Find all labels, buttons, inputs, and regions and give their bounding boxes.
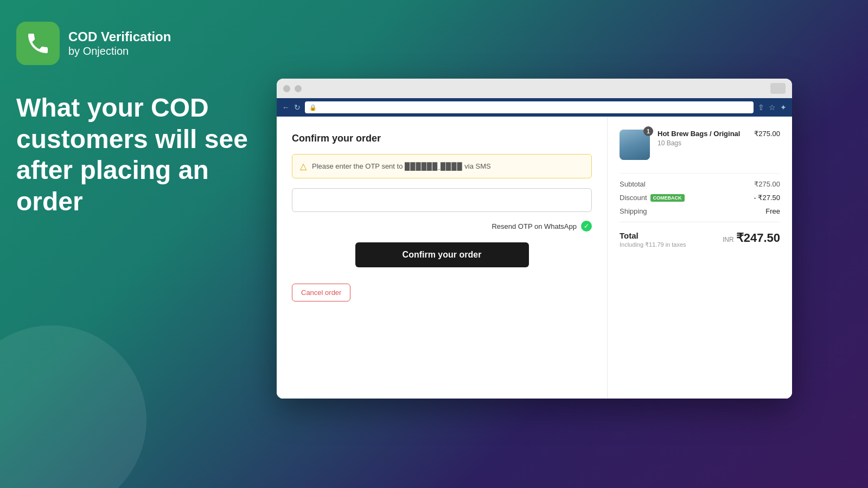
discount-row: Discount COMEBACK - ₹27.50 (620, 194, 780, 202)
total-left: Total Including ₹11.79 in taxes (620, 231, 686, 248)
total-value: ₹247.50 (736, 231, 780, 245)
logo-title: COD Verification (68, 29, 171, 45)
address-bar[interactable]: 🔒 (305, 101, 754, 113)
discount-value: - ₹27.50 (754, 194, 780, 202)
product-price: ₹275.00 (754, 130, 780, 138)
total-amount: INR ₹247.50 (723, 231, 780, 245)
extension-icon[interactable]: ✦ (780, 103, 787, 112)
total-tax-note: Including ₹11.79 in taxes (620, 241, 686, 248)
window-minimize-dot[interactable] (295, 85, 302, 92)
total-label: Total (620, 231, 686, 240)
divider-2 (620, 222, 780, 222)
subtotal-row: Subtotal ₹275.00 (620, 180, 780, 188)
browser-titlebar (277, 79, 792, 98)
order-confirmation-panel: Confirm your order △ Please enter the OT… (277, 117, 608, 399)
lock-icon: 🔒 (309, 104, 317, 111)
total-row: Total Including ₹11.79 in taxes INR ₹247… (620, 231, 780, 248)
phone-icon (25, 30, 51, 56)
resend-row: Resend OTP on WhatsApp ✓ (292, 221, 592, 232)
divider-1 (620, 173, 780, 174)
window-action-button[interactable] (770, 83, 786, 94)
cancel-order-button[interactable]: Cancel order (292, 284, 350, 301)
toolbar-right-actions: ⇧ ☆ ✦ (758, 103, 787, 112)
back-icon[interactable]: ← (282, 103, 290, 112)
product-variant: 10 Bags (658, 139, 746, 147)
app-icon (16, 22, 60, 65)
confirm-order-button[interactable]: Confirm your order (355, 242, 529, 267)
logo-area: COD Verification by Onjection (16, 22, 171, 65)
star-icon[interactable]: ☆ (769, 103, 776, 112)
otp-masked-number: ██████ ████ (405, 162, 463, 170)
shipping-value: Free (765, 207, 780, 215)
discount-code-badge: COMEBACK (650, 194, 685, 202)
order-summary-panel: 1 Hot Brew Bags / Original 10 Bags ₹275.… (608, 117, 792, 399)
browser-window: ← ↻ 🔒 ⇧ ☆ ✦ Confirm your order △ Please … (277, 79, 792, 399)
shipping-label: Shipping (620, 207, 647, 215)
logo-text: COD Verification by Onjection (68, 29, 171, 57)
background-blob (0, 325, 146, 488)
share-icon[interactable]: ⇧ (758, 103, 764, 112)
order-panel-title: Confirm your order (292, 133, 592, 144)
total-currency: INR (723, 236, 734, 243)
product-image-wrap: 1 (620, 130, 650, 160)
shipping-row: Shipping Free (620, 207, 780, 215)
otp-notice-text: Please enter the OTP sent to ██████ ████… (312, 162, 491, 170)
otp-notice-banner: △ Please enter the OTP sent to ██████ ██… (292, 154, 592, 178)
warning-icon: △ (300, 161, 307, 171)
main-headline: What your COD customers will see after p… (16, 92, 277, 217)
product-row: 1 Hot Brew Bags / Original 10 Bags ₹275.… (620, 130, 780, 160)
refresh-icon[interactable]: ↻ (294, 103, 301, 112)
discount-label: Discount COMEBACK (620, 194, 685, 202)
otp-input[interactable] (292, 188, 592, 212)
window-close-dot[interactable] (283, 85, 290, 92)
resend-otp-link[interactable]: Resend OTP on WhatsApp (492, 222, 577, 230)
browser-toolbar: ← ↻ 🔒 ⇧ ☆ ✦ (277, 98, 792, 117)
product-name: Hot Brew Bags / Original (658, 130, 746, 138)
subtotal-label: Subtotal (620, 180, 646, 188)
product-quantity-badge: 1 (643, 126, 653, 136)
browser-content: Confirm your order △ Please enter the OT… (277, 117, 792, 399)
product-info: Hot Brew Bags / Original 10 Bags (658, 130, 746, 147)
logo-subtitle: by Onjection (68, 45, 171, 57)
whatsapp-icon: ✓ (581, 221, 592, 232)
subtotal-value: ₹275.00 (754, 180, 780, 188)
